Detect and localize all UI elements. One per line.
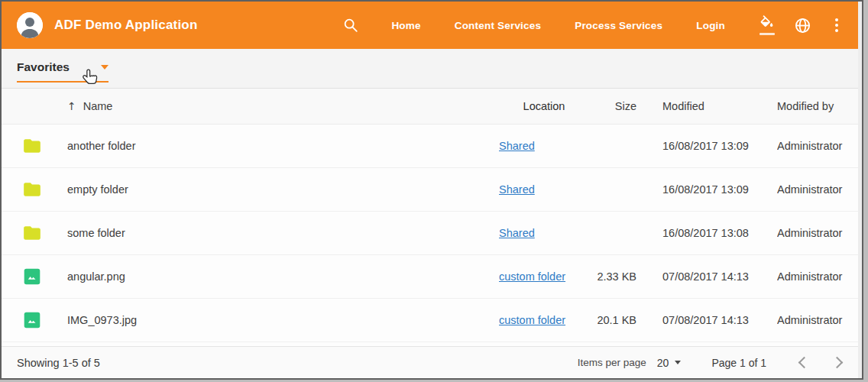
table-row[interactable]: some folder Shared 16/08/2017 13:08 Admi…: [2, 212, 858, 255]
row-icon-cell: [2, 136, 67, 156]
dropdown-caret-icon: [101, 65, 108, 70]
image-icon: [22, 310, 42, 330]
person-icon: [17, 12, 43, 38]
row-modified-by: Administrator: [777, 183, 858, 196]
folder-icon: [22, 136, 42, 156]
nav-login[interactable]: Login: [696, 20, 725, 31]
theme-underline: [760, 33, 775, 35]
row-location-cell: Shared: [499, 140, 589, 152]
items-per-page-value: 20: [657, 357, 669, 369]
row-name: another folder: [67, 140, 499, 152]
view-toolbar: Favorites: [2, 49, 858, 89]
row-name: empty folder: [67, 183, 499, 196]
kebab-dot: [835, 29, 838, 32]
row-modified: 16/08/2017 13:09: [662, 140, 777, 152]
row-size: 20.1 KB: [589, 314, 636, 326]
column-header-name-label: Name: [83, 100, 113, 112]
page-status-label: Page 1 of 1: [711, 357, 766, 369]
globe-icon: [794, 17, 811, 34]
document-list: ↑ Name Location Size Modified Modified b…: [2, 89, 858, 346]
kebab-menu-icon: [835, 18, 838, 21]
row-name: angular.png: [67, 270, 499, 283]
items-per-page-select[interactable]: 20: [657, 357, 682, 369]
table-row[interactable]: another folder Shared 16/08/2017 13:09 A…: [2, 125, 858, 168]
row-modified-by: Administrator: [777, 140, 858, 152]
location-link[interactable]: Shared: [499, 183, 535, 196]
image-icon: [22, 267, 42, 286]
view-selector-dropdown[interactable]: Favorites: [17, 54, 108, 83]
sort-ascending-icon: ↑: [67, 100, 76, 112]
column-header-modified-by[interactable]: Modified by: [777, 100, 858, 112]
row-icon-cell: [2, 180, 67, 199]
header-icon-group: [759, 15, 843, 35]
row-location-cell: custom folder: [499, 270, 589, 283]
items-per-page-label: Items per page: [578, 357, 646, 368]
app-title: ADF Demo Application: [54, 18, 198, 33]
row-modified-by: Administrator: [777, 314, 858, 326]
location-link[interactable]: custom folder: [499, 270, 565, 283]
select-caret-icon: [675, 361, 681, 364]
app-window: ADF Demo Application Home Content Servic…: [0, 0, 863, 380]
next-page-button[interactable]: [831, 357, 844, 369]
table-row[interactable]: empty folder Shared 16/08/2017 13:09 Adm…: [2, 168, 858, 212]
pager-controls: Items per page 20 Page 1 of 1: [578, 357, 841, 369]
paint-bucket-icon: [759, 15, 775, 31]
table-row[interactable]: angular.png custom folder 2.33 KB 07/08/…: [2, 255, 858, 299]
nav-process-services[interactable]: Process Services: [575, 20, 662, 31]
theme-color-button[interactable]: [759, 15, 775, 35]
row-modified-by: Administrator: [777, 227, 858, 239]
search-button[interactable]: [342, 17, 359, 34]
location-link[interactable]: Shared: [499, 140, 535, 152]
row-modified: 16/08/2017 13:08: [662, 227, 777, 239]
table-header-row: ↑ Name Location Size Modified Modified b…: [2, 89, 858, 125]
folder-icon: [22, 180, 42, 199]
column-header-location[interactable]: Location: [499, 100, 589, 112]
row-modified: 07/08/2017 14:13: [662, 270, 777, 283]
search-icon: [342, 17, 359, 34]
row-name: IMG_0973.jpg: [67, 314, 499, 326]
table-body: another folder Shared 16/08/2017 13:09 A…: [2, 125, 858, 342]
row-icon-cell: [2, 267, 67, 286]
user-avatar[interactable]: [17, 12, 43, 38]
nav-content-services[interactable]: Content Services: [455, 20, 542, 31]
row-location-cell: custom folder: [499, 314, 589, 326]
row-modified: 07/08/2017 14:13: [662, 314, 777, 326]
row-location-cell: Shared: [499, 183, 589, 196]
row-size: 2.33 KB: [589, 270, 636, 283]
folder-icon: [22, 223, 42, 243]
row-location-cell: Shared: [499, 227, 589, 239]
column-header-name[interactable]: ↑ Name: [67, 100, 499, 112]
location-link[interactable]: Shared: [499, 227, 535, 239]
column-header-modified[interactable]: Modified: [662, 100, 777, 112]
pagination-bar: Showing 1-5 of 5 Items per page 20 Page …: [2, 346, 858, 378]
row-modified: 16/08/2017 13:09: [662, 183, 777, 196]
nav-home[interactable]: Home: [391, 20, 420, 31]
language-button[interactable]: [794, 17, 811, 34]
location-link[interactable]: custom folder: [499, 314, 565, 326]
app-header: ADF Demo Application Home Content Servic…: [2, 2, 858, 49]
row-name: some folder: [67, 227, 499, 239]
row-icon-cell: [2, 310, 67, 330]
row-icon-cell: [2, 223, 67, 243]
table-row[interactable]: IMG_0973.jpg custom folder 20.1 KB 07/08…: [2, 299, 858, 342]
kebab-dot: [835, 24, 838, 27]
column-header-size[interactable]: Size: [589, 100, 636, 112]
view-selector-label: Favorites: [17, 60, 70, 74]
main-nav: Home Content Services Process Services L…: [391, 20, 725, 31]
adf-app: ADF Demo Application Home Content Servic…: [2, 2, 858, 378]
row-modified-by: Administrator: [777, 270, 858, 283]
more-options-button[interactable]: [831, 17, 843, 34]
showing-range-label: Showing 1-5 of 5: [17, 357, 100, 369]
previous-page-button[interactable]: [798, 357, 811, 369]
